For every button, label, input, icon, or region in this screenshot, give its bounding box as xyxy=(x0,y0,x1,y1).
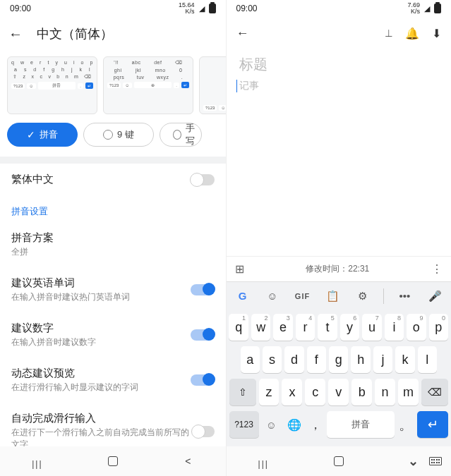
key-t[interactable]: t5 xyxy=(318,314,337,341)
header-actions: ⟂ 🔔 ⬇ xyxy=(385,27,441,40)
key-i[interactable]: i8 xyxy=(385,314,404,341)
settings-screen: 09:00 15.64 K/s ◢ ← 中文（简体） qwertyuiop as… xyxy=(0,0,226,476)
backspace-key[interactable]: ⌫ xyxy=(421,379,448,405)
shift-key[interactable]: ⇧ xyxy=(229,379,256,405)
key-b[interactable]: b xyxy=(351,379,372,405)
layout-preview-9key[interactable]: '!!abcdef⌫ ghijklmno0 pqrstuvwxyz. ?123☺… xyxy=(103,56,193,114)
settings-content: qwertyuiop asdfghjkl ⇧zxcvbnm⌫ ?123☺拼音.↵… xyxy=(0,51,226,476)
back-icon[interactable]: ← xyxy=(8,26,23,42)
key-h[interactable]: h xyxy=(351,346,370,373)
toggle-suggest-numbers[interactable] xyxy=(191,329,215,341)
setting-suggest-numbers[interactable]: 建议数字 在输入拼音时建议数字 xyxy=(0,312,226,358)
key-u[interactable]: u7 xyxy=(362,314,381,341)
reminder-icon[interactable]: 🔔 xyxy=(405,27,419,40)
setting-traditional-chinese[interactable]: 繁体中文 xyxy=(0,164,226,195)
mic-icon[interactable]: 🎤 xyxy=(426,290,444,303)
add-icon[interactable]: ⊞ xyxy=(235,262,244,276)
symbols-key[interactable]: ?123 xyxy=(229,411,259,438)
key-q[interactable]: q1 xyxy=(229,314,248,341)
check-icon: ✓ xyxy=(27,129,35,140)
keyboard-row-4: ?123 ☺ 🌐 ， 拼音 。 ↵ xyxy=(229,411,449,438)
key-w[interactable]: w2 xyxy=(251,314,270,341)
toggle-dynamic-preview[interactable] xyxy=(191,374,215,386)
layout-pill-9key[interactable]: 9 键 xyxy=(83,123,154,147)
layout-pill-handwrite[interactable]: 手写 xyxy=(160,123,202,147)
key-l[interactable]: l xyxy=(418,346,437,373)
pin-icon[interactable]: ⟂ xyxy=(385,27,392,39)
note-title-input[interactable]: 标题 xyxy=(239,55,439,74)
setting-sub: 在进行滑行输入时显示建议的字词 xyxy=(11,382,138,393)
toggle-traditional[interactable] xyxy=(191,174,215,185)
setting-dynamic-preview[interactable]: 动态建议预览 在进行滑行输入时显示建议的字词 xyxy=(0,358,226,403)
nav-keyboard-switcher-icon[interactable] xyxy=(428,454,443,468)
key-v[interactable]: v xyxy=(328,379,349,405)
gif-icon[interactable]: GIF xyxy=(294,292,312,300)
more-icon[interactable]: ⋮ xyxy=(431,262,443,276)
key-c[interactable]: c xyxy=(305,379,325,405)
key-s[interactable]: s xyxy=(263,346,282,373)
android-navbar xyxy=(0,446,226,476)
section-title: 拼音设置 xyxy=(0,195,226,222)
space-key[interactable]: 拼音 xyxy=(327,411,395,438)
battery-icon xyxy=(434,4,441,13)
key-m[interactable]: m xyxy=(398,379,419,405)
note-editor[interactable]: 标题 记事 xyxy=(227,49,452,256)
keyboard-row-3: ⇧ zxcvbnm ⌫ xyxy=(229,379,449,405)
back-icon[interactable]: ← xyxy=(236,26,249,41)
key-e[interactable]: e3 xyxy=(273,314,292,341)
keyboard-row-2: asdfghjkl xyxy=(229,346,449,373)
layout-pill-pinyin[interactable]: ✓ 拼音 xyxy=(7,123,78,147)
signal-icon: ◢ xyxy=(424,4,430,13)
key-k[interactable]: k xyxy=(395,346,414,373)
globe-key[interactable]: 🌐 xyxy=(284,411,304,438)
more-icon[interactable]: ••• xyxy=(396,290,414,302)
keyboard-suggestion-bar: G ☺ GIF 📋 ⚙ ••• 🎤 xyxy=(227,281,452,310)
key-r[interactable]: r4 xyxy=(296,314,315,341)
key-g[interactable]: g xyxy=(329,346,348,373)
period-key[interactable]: 。 xyxy=(397,411,414,438)
layout-label: 手写 xyxy=(186,122,201,147)
nav-home-icon[interactable] xyxy=(332,454,346,468)
layout-preview-handwrite[interactable]: ?123☺ xyxy=(199,56,226,114)
divider xyxy=(0,157,226,164)
key-o[interactable]: o9 xyxy=(407,314,426,341)
nav-recent-icon[interactable] xyxy=(257,454,271,468)
setting-pinyin-scheme[interactable]: 拼音方案 全拼 xyxy=(0,222,226,267)
comma-key[interactable]: ， xyxy=(307,411,324,438)
setting-label: 建议数字 xyxy=(11,322,96,335)
key-z[interactable]: z xyxy=(259,379,279,405)
key-f[interactable]: f xyxy=(307,346,326,373)
setting-label: 拼音方案 xyxy=(11,231,54,245)
key-n[interactable]: n xyxy=(375,379,395,405)
key-a[interactable]: a xyxy=(241,346,260,373)
toggle-auto-complete-glide[interactable] xyxy=(192,426,215,437)
layout-preview-qwerty[interactable]: qwertyuiop asdfghjkl ⇧zxcvbnm⌫ ?123☺拼音.↵ xyxy=(7,56,97,114)
key-p[interactable]: p0 xyxy=(429,314,448,341)
status-right: 7.69 K/s ◢ xyxy=(407,2,441,15)
status-kbs: 7.69 K/s xyxy=(407,2,420,15)
google-icon[interactable]: G xyxy=(234,290,252,302)
setting-sub: 在输入拼音时建议数字 xyxy=(11,336,96,348)
setting-suggest-english[interactable]: 建议英语单词 在输入拼音时建议热门英语单词 xyxy=(0,267,226,312)
nav-hide-keyboard-icon[interactable] xyxy=(407,454,421,468)
key-d[interactable]: d xyxy=(284,346,303,373)
archive-icon[interactable]: ⬇ xyxy=(432,27,441,40)
sticker-icon[interactable]: ☺ xyxy=(263,290,282,302)
nav-back-icon[interactable] xyxy=(181,454,195,468)
layout-label: 9 键 xyxy=(117,128,134,141)
status-kbs: 15.64 K/s xyxy=(179,2,195,15)
key-x[interactable]: x xyxy=(282,379,302,405)
nav-recent-icon[interactable] xyxy=(30,454,44,468)
settings-icon[interactable]: ⚙ xyxy=(354,290,372,303)
emoji-key[interactable]: ☺ xyxy=(262,411,282,438)
radio-icon xyxy=(173,130,181,140)
status-right: 15.64 K/s ◢ xyxy=(179,2,216,15)
nav-home-icon[interactable] xyxy=(106,454,120,468)
note-body-input[interactable]: 记事 xyxy=(239,80,439,92)
signal-icon: ◢ xyxy=(199,4,205,13)
key-j[interactable]: j xyxy=(373,346,392,373)
enter-key[interactable]: ↵ xyxy=(417,411,448,438)
clipboard-icon[interactable]: 📋 xyxy=(323,290,342,303)
key-y[interactable]: y6 xyxy=(340,314,359,341)
toggle-suggest-english[interactable] xyxy=(191,284,215,295)
